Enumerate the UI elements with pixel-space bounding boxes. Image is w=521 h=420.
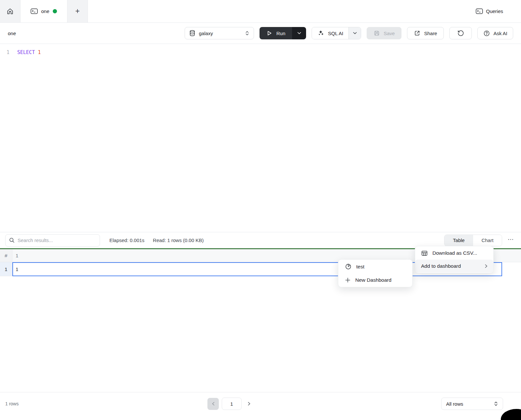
search-results-input[interactable]: [18, 237, 96, 243]
tab-bar: one + Queries: [0, 0, 521, 23]
history-icon: [457, 30, 464, 37]
home-tab-button[interactable]: [0, 0, 21, 22]
line-number: 1: [0, 49, 9, 232]
tab-table-view[interactable]: Table: [444, 235, 473, 246]
sql-ai-dropdown[interactable]: [348, 27, 361, 39]
chevron-up-down-icon: [494, 401, 498, 406]
share-button[interactable]: Share: [407, 27, 444, 39]
tab-chart-view[interactable]: Chart: [473, 235, 502, 246]
search-results-box: [5, 234, 100, 247]
queries-button[interactable]: Queries: [471, 0, 521, 22]
sql-ai-label: SQL AI: [328, 31, 343, 36]
code-line: SELECT 1: [9, 49, 41, 232]
home-icon: [6, 7, 14, 15]
sql-number: 1: [38, 49, 41, 55]
save-button[interactable]: Save: [367, 27, 401, 39]
menu-item-add-to-dashboard[interactable]: Add to dashboard: [415, 260, 493, 273]
save-icon: [373, 30, 380, 36]
elapsed-stat: Elapsed: 0.001s: [109, 237, 145, 243]
table-icon: [421, 250, 428, 257]
ask-ai-button[interactable]: Ask AI: [477, 27, 513, 39]
sql-editor[interactable]: 1 SELECT 1: [0, 44, 521, 232]
previous-page-button[interactable]: [207, 398, 219, 410]
chevron-down-icon: [353, 32, 357, 34]
history-button[interactable]: [449, 27, 472, 39]
help-circle-icon: [483, 30, 490, 37]
database-select-value: galaxy: [199, 31, 213, 36]
database-icon: [189, 30, 195, 36]
view-toggle: Table Chart: [444, 235, 502, 246]
row-count-label: 1 rows: [5, 401, 19, 406]
chevron-down-icon: [297, 32, 301, 34]
run-options-dropdown[interactable]: [292, 27, 306, 39]
submenu-item-label: test: [356, 264, 364, 270]
pagination: 1: [207, 398, 254, 410]
sql-ai-button[interactable]: SQL AI: [312, 27, 348, 39]
share-label: Share: [424, 31, 437, 36]
results-context-menu: Download as CSV... Add to dashboard: [415, 246, 494, 273]
results-more-button[interactable]: ⋯: [506, 236, 516, 245]
play-icon: [266, 30, 272, 36]
grid-index-header: #: [0, 249, 12, 262]
external-link-icon: [414, 30, 420, 36]
menu-item-download-csv[interactable]: Download as CSV...: [415, 247, 493, 260]
chevron-right-icon: [248, 402, 250, 406]
search-icon: [9, 237, 15, 243]
toolbar-controls: galaxy Run: [185, 27, 513, 39]
submenu-item-new-dashboard[interactable]: New Dashboard: [338, 273, 412, 287]
submenu-item-test[interactable]: test: [338, 260, 412, 273]
plus-icon: +: [75, 7, 79, 16]
rows-per-page-value: All rows: [446, 401, 463, 407]
query-toolbar: one galaxy: [0, 23, 521, 44]
run-button[interactable]: Run: [260, 27, 292, 39]
terminal-icon: [31, 8, 38, 14]
terminal-icon: [476, 8, 483, 14]
new-tab-button[interactable]: +: [67, 0, 88, 22]
dashboard-submenu: test New Dashboard: [338, 259, 413, 287]
tab-label: one: [41, 8, 49, 14]
run-label: Run: [276, 31, 286, 36]
query-title: one: [8, 31, 16, 36]
sql-ai-split-button: SQL AI: [312, 27, 361, 39]
unsaved-status-dot: [53, 9, 57, 13]
current-page-button[interactable]: 1: [222, 398, 242, 410]
tab-one[interactable]: one: [21, 0, 67, 22]
ask-ai-label: Ask AI: [493, 31, 507, 36]
run-split-button: Run: [260, 27, 306, 39]
tabbar-spacer: [88, 0, 471, 22]
queries-label: Queries: [486, 8, 503, 14]
submenu-item-label: New Dashboard: [355, 277, 391, 283]
row-index-cell[interactable]: 1: [0, 262, 12, 276]
save-label: Save: [384, 31, 395, 36]
plus-icon: [345, 277, 351, 283]
menu-item-label: Download as CSV...: [432, 250, 477, 256]
read-stat: Read: 1 rows (0.00 KB): [153, 237, 204, 243]
results-footer: 1 rows 1 All rows: [0, 392, 521, 420]
chevron-up-down-icon: [245, 31, 249, 36]
chevron-right-icon: [485, 264, 487, 268]
menu-item-label: Add to dashboard: [421, 263, 461, 269]
next-page-button[interactable]: [245, 398, 254, 410]
results-empty-area: [0, 276, 521, 392]
rows-per-page-select[interactable]: All rows: [441, 398, 503, 410]
pie-chart-icon: [345, 263, 352, 270]
results-toolbar-right: Table Chart ⋯: [444, 235, 516, 246]
sql-keyword: SELECT: [17, 49, 35, 55]
sparkles-icon: [317, 30, 324, 37]
chevron-left-icon: [212, 402, 215, 406]
database-select[interactable]: galaxy: [185, 27, 254, 39]
